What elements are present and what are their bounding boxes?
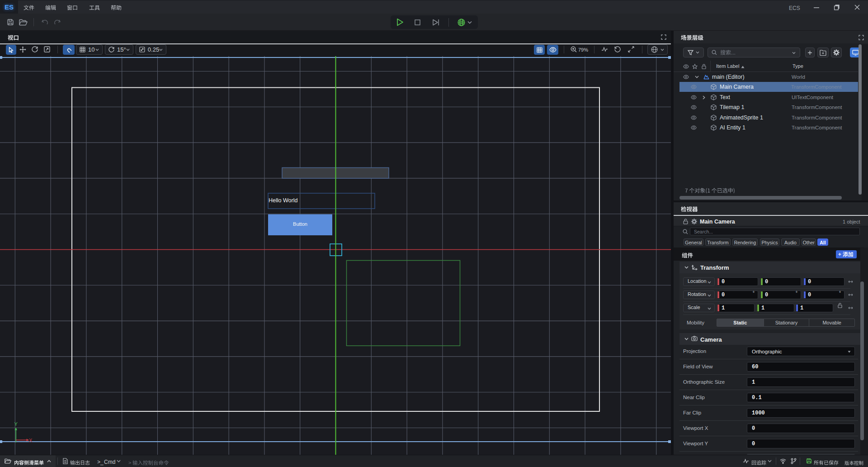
svg-text:Y: Y [14, 421, 18, 427]
svg-text:Button: Button [293, 221, 307, 227]
svg-text:X: X [29, 438, 33, 443]
svg-text:Hello World: Hello World [269, 197, 297, 204]
